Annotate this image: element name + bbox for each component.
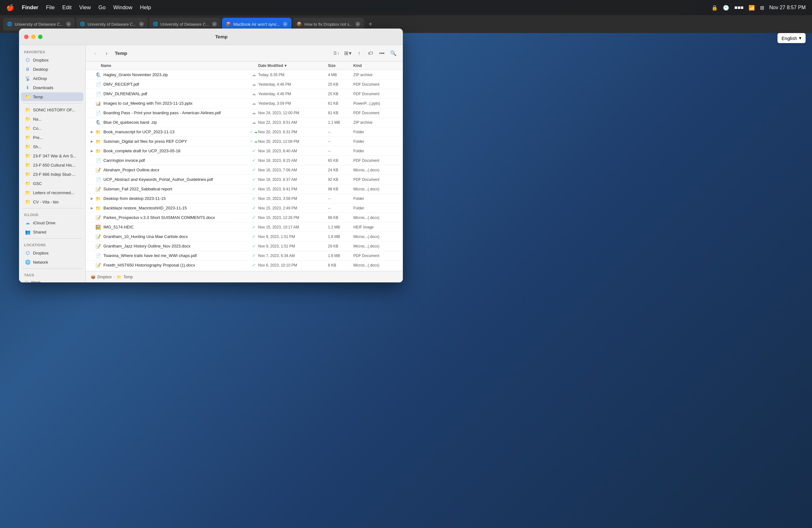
file-name: Desktop from desktop 2023-11-15: [103, 196, 166, 201]
table-row[interactable]: ▶ 📁 Suisman_Digital art files for press …: [86, 137, 403, 146]
sidebar-item-gsc[interactable]: 📁 GSC: [21, 179, 84, 188]
table-row[interactable]: 🗜️ Hagley_Grants November 2023.zip ☁ Tod…: [86, 70, 403, 80]
sidebar-item-cv[interactable]: 📁 CV - Vita - bio: [21, 197, 84, 206]
back-button[interactable]: ‹: [91, 49, 100, 58]
sidebar-item-temp[interactable]: 📁 Temp: [21, 92, 84, 101]
english-language-dropdown[interactable]: English ▾: [778, 33, 806, 43]
new-tab-button[interactable]: +: [365, 19, 376, 29]
table-row[interactable]: ▶ 📁 Desktop from desktop 2023-11-15 ✓ No…: [86, 194, 403, 203]
tab2-close[interactable]: ✕: [139, 22, 144, 27]
more-options-button[interactable]: •••: [377, 49, 386, 58]
table-row[interactable]: 🖼️ IMG_5174.HEIC ✓ Nov 15, 2023, 10:17 A…: [86, 223, 403, 232]
minimize-button[interactable]: [31, 34, 35, 39]
table-row[interactable]: 📝 Suisman_Fall 2022_Sabbatical report ✓ …: [86, 184, 403, 194]
sidebar-item-sh[interactable]: 📁 Sh...: [21, 142, 84, 151]
sidebar-item-network[interactable]: 🌐 Network: [21, 258, 84, 267]
sidebar-item-sonic[interactable]: 📁 SONIC HISTORY OF...: [21, 105, 84, 114]
table-row[interactable]: 📝 Freeth_HIST650 Historiography Proposal…: [86, 260, 403, 270]
sidebar-item-pre[interactable]: 📁 Pre...: [21, 133, 84, 142]
synced-status-icon: ✓: [252, 168, 256, 172]
tab3-close[interactable]: ✕: [212, 22, 217, 27]
file-type-icon: 📝: [95, 262, 101, 268]
col-size-header[interactable]: Size: [328, 63, 353, 68]
apple-menu[interactable]: 🍎: [6, 4, 14, 11]
view-options-button[interactable]: ⊞ ▾: [343, 49, 352, 58]
english-chevron-icon: ▾: [799, 35, 801, 41]
breadcrumb-temp[interactable]: Temp: [124, 275, 133, 279]
table-row[interactable]: 📝 Grantham_10_Hunting Una Mae Carlisle.d…: [86, 232, 403, 241]
sidebar-item-shared[interactable]: 👥 Shared: [21, 228, 84, 237]
table-row[interactable]: ▶ 📁 Backblaze restore_MacintoshHD_2023-1…: [86, 203, 403, 213]
col-kind-header[interactable]: Kind: [353, 63, 398, 68]
sidebar-item-icloud-drive[interactable]: ☁ iCloud Drive: [21, 218, 84, 227]
control-center-icon[interactable]: ⊞: [760, 5, 764, 11]
table-row[interactable]: 📄 Tsianina_Where trails have led me_WWI …: [86, 251, 403, 260]
forward-button[interactable]: ›: [102, 49, 111, 58]
sidebar-letters-label: Letters of recommed...: [33, 190, 74, 195]
table-row[interactable]: 📄 UCP_Abstract and Keywords_Portal_Autho…: [86, 175, 403, 184]
table-row[interactable]: 📄 DMV_DLRENEWAL.pdf ☁ Yesterday, 4:46 PM…: [86, 89, 403, 99]
sidebar-item-airdrop[interactable]: 📡 AirDrop: [21, 74, 84, 83]
file-name-cell: 📄 DMV_DLRENEWAL.pdf: [95, 91, 249, 97]
table-row[interactable]: 📝 Parkes_Prospectus v.3.3 Short SUISMAN …: [86, 213, 403, 223]
sidebar-item-dropbox[interactable]: ⬡ Dropbox: [21, 56, 84, 65]
file-type-icon: 🗜️: [95, 72, 101, 78]
file-type-icon: 📁: [95, 129, 101, 135]
menu-window[interactable]: Window: [113, 4, 132, 11]
tab1-close[interactable]: ✕: [66, 22, 71, 27]
clock-icon[interactable]: 🕙: [723, 5, 729, 11]
table-row[interactable]: ▶ 📁 Book_manuscript for UCP_2023-11-13 ✓…: [86, 127, 403, 137]
col-date-header[interactable]: Date Modified ▾: [258, 63, 328, 68]
table-row[interactable]: 📄 Carrrington invoice.pdf ✓ Nov 18, 2023…: [86, 156, 403, 165]
expand-arrow[interactable]: ▶: [91, 140, 95, 143]
sidebar-item-letters[interactable]: 📁 Letters of recommed...: [21, 188, 84, 197]
sidebar-item-23f666[interactable]: 📁 23-F 666 Indep Stud-...: [21, 170, 84, 179]
table-row[interactable]: 📊 Images to cut_Meeting with Tim 2023-11…: [86, 99, 403, 108]
expand-arrow[interactable]: ▶: [91, 206, 95, 210]
expand-arrow[interactable]: ▶: [91, 130, 95, 133]
menu-file[interactable]: File: [46, 4, 55, 11]
menu-go[interactable]: Go: [98, 4, 106, 11]
list-view-button[interactable]: ☰ ↕: [332, 49, 340, 58]
sidebar-item-23f347[interactable]: 📁 23-F 347 War & Am S...: [21, 151, 84, 160]
share-button[interactable]: ↑: [354, 49, 363, 58]
sidebar-item-co[interactable]: 📁 Co...: [21, 124, 84, 133]
tab4-close[interactable]: ✕: [282, 22, 288, 27]
table-row[interactable]: ▶ 📁 Book_complete draft for UCP_2023-05-…: [86, 146, 403, 156]
menu-view[interactable]: View: [79, 4, 91, 11]
file-sync-status: ☁: [249, 82, 258, 87]
search-button[interactable]: 🔍: [389, 49, 398, 58]
file-name: UCP_Abstract and Keywords_Portal_Author_…: [103, 177, 213, 182]
menu-edit[interactable]: Edit: [62, 4, 71, 11]
breadcrumb-dropbox[interactable]: Dropbox: [97, 275, 112, 279]
file-name-cell: 📄 Boarding Pass - Print your boarding pa…: [95, 110, 249, 116]
file-kind: PowerP...(.pptx): [353, 101, 398, 106]
menu-finder[interactable]: Finder: [22, 4, 38, 11]
table-row[interactable]: 📄 Boarding Pass - Print your boarding pa…: [86, 108, 403, 118]
nav-buttons: ‹ ›: [91, 49, 111, 58]
close-button[interactable]: [24, 34, 29, 39]
col-name-header[interactable]: Name: [101, 63, 249, 68]
sidebar-item-loc-dropbox[interactable]: ⬡ Dropbox: [21, 248, 84, 257]
table-row[interactable]: 📄 DMV_RECEIPT.pdf ☁ Yesterday, 4:46 PM 2…: [86, 80, 403, 89]
sidebar-item-na[interactable]: 📁 Na...: [21, 115, 84, 124]
sidebar-item-desktop[interactable]: 🖥 Desktop: [21, 65, 84, 74]
table-row[interactable]: 📝 Grantham_Jazz History Outline_Nov 2023…: [86, 241, 403, 251]
expand-arrow[interactable]: ▶: [91, 197, 95, 200]
sidebar-item-downloads[interactable]: ⬇ Downloads: [21, 83, 84, 92]
zoom-button[interactable]: [38, 34, 43, 39]
table-row[interactable]: 📝 Abraham_Project Outline.docx ✓ Nov 16,…: [86, 165, 403, 175]
sidebar-gsc-label: GSC: [33, 181, 42, 186]
sidebar-item-23f650[interactable]: 📁 23-F 650 Cultural His...: [21, 160, 84, 169]
table-row[interactable]: 🗜️ Blue Oil_quebecois band .zip ☁ Nov 22…: [86, 118, 403, 127]
synced-status-icon: ✓: [252, 215, 256, 220]
sidebar-item-tag-work[interactable]: Work: [21, 279, 84, 282]
wifi-icon[interactable]: 📶: [749, 5, 755, 11]
screen-lock-icon[interactable]: 🔒: [711, 5, 718, 11]
expand-arrow[interactable]: ▶: [91, 149, 95, 153]
file-kind: PDF Document: [353, 92, 398, 96]
tab5-close[interactable]: ✕: [355, 22, 360, 27]
file-type-icon: 📝: [95, 243, 101, 249]
menu-help[interactable]: Help: [140, 4, 151, 11]
tag-button[interactable]: 🏷: [366, 49, 375, 58]
